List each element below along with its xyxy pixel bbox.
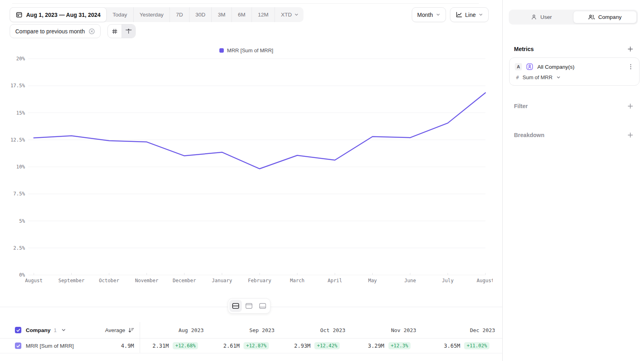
y-tick-label: 0% bbox=[19, 272, 25, 278]
xtd-preset-button[interactable]: XTD bbox=[275, 7, 303, 22]
average-value: 4.9M bbox=[89, 338, 140, 353]
plus-icon bbox=[627, 103, 634, 109]
metric-row-name: MRR [Sum of MRR] bbox=[26, 343, 74, 349]
legend-swatch bbox=[219, 48, 224, 53]
x-tick-label: September bbox=[58, 278, 85, 283]
breakdown-title: Breakdown bbox=[514, 132, 544, 138]
x-tick-label: August bbox=[477, 278, 493, 283]
entity-header-cell[interactable]: Company 1 bbox=[0, 322, 89, 338]
legend-label: MRR [Sum of MRR] bbox=[227, 47, 273, 53]
select-all-checkbox[interactable] bbox=[15, 327, 21, 333]
chart-option-toggles bbox=[107, 24, 136, 38]
x-tick-label: July bbox=[442, 278, 454, 283]
x-tick-label: October bbox=[99, 278, 120, 283]
layout-chart-only-button[interactable] bbox=[243, 300, 255, 312]
layout-split-button[interactable] bbox=[229, 300, 242, 312]
x-tick-label: November bbox=[135, 278, 159, 283]
x-tick-label: May bbox=[368, 278, 377, 283]
company-entity-icon bbox=[526, 63, 533, 70]
grid-icon bbox=[111, 28, 118, 35]
x-tick-label: December bbox=[173, 278, 196, 283]
y-tick-label: 10% bbox=[16, 164, 25, 170]
metric-card[interactable]: A All Company(s) # Sum of MRR bbox=[509, 57, 640, 86]
tab-company[interactable]: Company bbox=[573, 11, 637, 23]
mrr-value: 2.61M bbox=[223, 343, 240, 349]
y-tick-label: 5% bbox=[19, 218, 25, 224]
mrr-value: 3.29M bbox=[368, 343, 384, 349]
metric-entity-name: All Company(s) bbox=[537, 64, 574, 70]
close-circle-icon[interactable] bbox=[89, 28, 95, 35]
compare-label: Compare to previous month bbox=[15, 28, 85, 35]
entity-tabs: User Company bbox=[509, 10, 638, 25]
entity-count: 1 bbox=[54, 327, 57, 333]
company-icon bbox=[588, 14, 595, 20]
layout-bottom-icon bbox=[259, 303, 266, 309]
filter-title: Filter bbox=[514, 103, 528, 109]
date-range-button[interactable]: Aug 1, 2023 — Aug 31, 2024 bbox=[10, 7, 107, 22]
granularity-button[interactable]: Month bbox=[412, 7, 446, 22]
compare-chip[interactable]: Compare to previous month bbox=[10, 24, 101, 38]
preset-button-7d[interactable]: 7D bbox=[169, 7, 189, 22]
average-header-label: Average bbox=[105, 327, 125, 333]
add-breakdown-button[interactable] bbox=[627, 132, 634, 138]
calendar-icon bbox=[16, 11, 23, 18]
preset-button-yesterday[interactable]: Yesterday bbox=[133, 7, 170, 22]
row-checkbox[interactable] bbox=[15, 343, 21, 349]
main-panel: Aug 1, 2023 — Aug 31, 2024 TodayYesterda… bbox=[0, 0, 502, 361]
sort-icon bbox=[128, 327, 134, 333]
tab-user[interactable]: User bbox=[510, 11, 573, 23]
gridlines-toggle-button[interactable] bbox=[108, 25, 122, 38]
summary-table: Company 1 Average Aug 2023Sep 2023Oct 20… bbox=[0, 322, 502, 353]
check-icon bbox=[16, 328, 21, 332]
metrics-section-header: Metrics bbox=[514, 46, 634, 52]
month-value-cell: 2.31M+12.68% bbox=[140, 338, 211, 353]
chevron-down-icon bbox=[436, 12, 440, 17]
entity-header-label: Company bbox=[26, 327, 51, 333]
chart-legend: MRR [Sum of MRR] bbox=[0, 47, 493, 53]
month-value-cell: 2.61M+12.87% bbox=[211, 338, 282, 353]
chart-type-button[interactable]: Line bbox=[450, 7, 489, 22]
preset-button-30d[interactable]: 30D bbox=[189, 7, 212, 22]
date-range-label: Aug 1, 2023 — Aug 31, 2024 bbox=[26, 12, 101, 18]
line-chart-icon bbox=[456, 11, 462, 18]
y-tick-label: 12.5% bbox=[10, 137, 25, 143]
table-row: MRR [Sum of MRR]4.9M2.31M+12.68%2.61M+12… bbox=[0, 338, 502, 353]
month-column-header: Dec 2023 bbox=[423, 322, 502, 338]
month-value-cell: 2.93M+12.42% bbox=[282, 338, 353, 353]
delta-badge: +12.68% bbox=[173, 342, 198, 349]
series-letter-badge: A bbox=[515, 63, 522, 70]
table-header-row: Company 1 Average Aug 2023Sep 2023Oct 20… bbox=[0, 322, 502, 338]
marker-toggle-button[interactable] bbox=[122, 25, 135, 38]
x-tick-label: August bbox=[25, 278, 42, 283]
xtd-label: XTD bbox=[281, 12, 292, 18]
granularity-label: Month bbox=[417, 12, 433, 18]
chart-type-label: Line bbox=[465, 12, 476, 18]
preset-button-today[interactable]: Today bbox=[107, 7, 133, 22]
measure-selector[interactable]: # Sum of MRR bbox=[515, 74, 634, 80]
mrr-value: 3.65M bbox=[444, 343, 460, 349]
breakdown-section-header: Breakdown bbox=[514, 132, 634, 138]
table-body: MRR [Sum of MRR]4.9M2.31M+12.68%2.61M+12… bbox=[0, 338, 502, 353]
month-column-header: Oct 2023 bbox=[282, 322, 353, 338]
add-metric-button[interactable] bbox=[627, 46, 634, 52]
preset-button-12m[interactable]: 12M bbox=[252, 7, 275, 22]
average-header-cell[interactable]: Average bbox=[89, 322, 140, 338]
y-tick-label: 2.5% bbox=[13, 245, 25, 251]
month-column-header: Sep 2023 bbox=[211, 322, 282, 338]
x-tick-label: June bbox=[405, 278, 416, 283]
x-tick-label: January bbox=[212, 278, 232, 283]
month-value-cell: 3.65M+11.02% bbox=[423, 338, 502, 353]
check-icon bbox=[16, 344, 21, 348]
preset-button-6m[interactable]: 6M bbox=[231, 7, 252, 22]
preset-button-3m[interactable]: 3M bbox=[211, 7, 231, 22]
metrics-title: Metrics bbox=[514, 46, 534, 52]
mrr-value: 2.93M bbox=[294, 343, 311, 349]
kebab-menu-icon[interactable] bbox=[628, 64, 634, 70]
date-controls-group: Aug 1, 2023 — Aug 31, 2024 TodayYesterda… bbox=[10, 7, 303, 22]
layout-table-only-button[interactable] bbox=[256, 300, 269, 312]
chevron-down-icon bbox=[479, 12, 483, 17]
toolbar: Aug 1, 2023 — Aug 31, 2024 TodayYesterda… bbox=[10, 7, 489, 22]
user-icon bbox=[531, 14, 537, 20]
chart-controls: Month Line bbox=[412, 7, 489, 22]
add-filter-button[interactable] bbox=[627, 103, 634, 109]
